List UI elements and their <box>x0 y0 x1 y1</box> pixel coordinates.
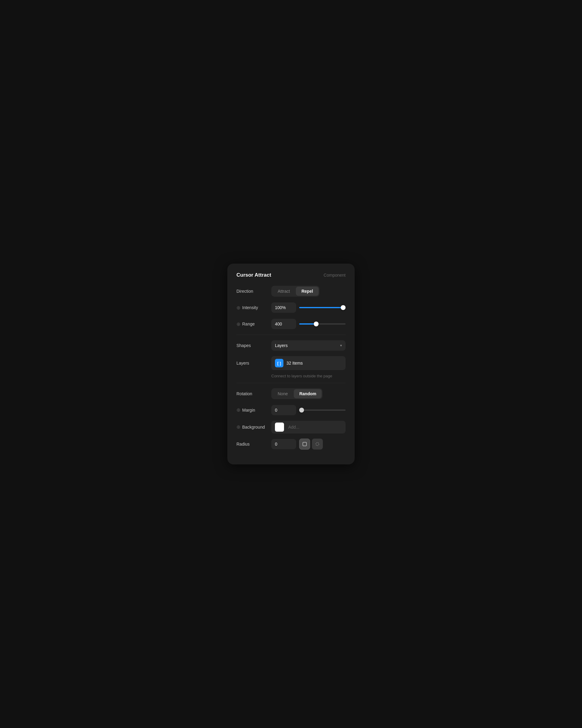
layers-row: Layers [ ] 32 Items <box>237 356 345 370</box>
shapes-label: Shapes <box>237 343 271 348</box>
range-row: ⊕ Range <box>237 318 345 330</box>
radius-circle-icon <box>315 442 320 446</box>
background-plus-icon[interactable]: ⊕ <box>237 424 240 430</box>
direction-toggle: Attract Repel <box>271 286 320 297</box>
intensity-row: ⊕ Intensity <box>237 302 345 313</box>
margin-content <box>271 405 345 415</box>
panel-header: Cursor Attract Component <box>237 272 345 278</box>
background-color-swatch[interactable] <box>275 422 284 432</box>
random-button[interactable]: Random <box>294 389 322 398</box>
shapes-dropdown[interactable]: Layers Circle Square Custom <box>271 340 345 350</box>
shapes-content: Layers Circle Square Custom ▾ <box>271 340 345 350</box>
shapes-row: Shapes Layers Circle Square Custom ▾ <box>237 340 345 351</box>
margin-slider[interactable] <box>299 410 345 411</box>
range-input[interactable] <box>271 319 296 329</box>
radius-square-icon <box>302 442 307 446</box>
intensity-content <box>271 303 345 313</box>
panel-title: Cursor Attract <box>237 272 271 278</box>
rotation-row: Rotation None Random <box>237 388 345 399</box>
radius-circle-button[interactable] <box>312 439 323 449</box>
svg-point-1 <box>316 443 319 446</box>
main-panel: Cursor Attract Component Direction Attra… <box>227 264 355 464</box>
margin-plus-icon[interactable]: ⊕ <box>237 407 240 413</box>
radius-content <box>271 439 345 449</box>
range-slider-wrapper <box>299 323 345 324</box>
repel-button[interactable]: Repel <box>296 287 318 296</box>
layers-button[interactable]: [ ] 32 Items <box>271 356 345 370</box>
divider-1 <box>237 335 345 335</box>
divider-2 <box>237 383 345 383</box>
layers-icon: [ ] <box>275 359 283 367</box>
intensity-label: ⊕ Intensity <box>237 305 271 311</box>
rotation-toggle: None Random <box>271 388 323 399</box>
margin-label: ⊕ Margin <box>237 407 271 413</box>
layers-count: 32 Items <box>286 361 303 365</box>
radius-input[interactable] <box>271 439 296 449</box>
intensity-input[interactable] <box>271 303 296 313</box>
background-content: Add... <box>271 421 345 434</box>
range-plus-icon[interactable]: ⊕ <box>237 321 240 327</box>
intensity-plus-icon[interactable]: ⊕ <box>237 305 240 311</box>
rotation-toggle-group: None Random <box>271 388 345 399</box>
range-content <box>271 319 345 329</box>
background-label: ⊕ Background <box>237 424 271 430</box>
intensity-slider-wrapper <box>299 307 345 308</box>
radius-square-button[interactable] <box>299 439 310 449</box>
margin-input[interactable] <box>271 405 296 415</box>
radius-row: Radius <box>237 438 345 450</box>
direction-row: Direction Attract Repel <box>237 285 345 297</box>
rotation-label: Rotation <box>237 391 271 396</box>
intensity-slider[interactable] <box>299 307 345 308</box>
panel-subtitle: Component <box>324 273 345 278</box>
layers-label: Layers <box>237 361 271 365</box>
connect-hint: Connect to layers outside the page <box>271 373 345 379</box>
layers-content: [ ] 32 Items <box>271 356 345 370</box>
margin-slider-wrapper <box>299 410 345 411</box>
radius-label: Radius <box>237 442 271 446</box>
margin-row: ⊕ Margin <box>237 404 345 416</box>
range-slider[interactable] <box>299 323 345 324</box>
svg-rect-0 <box>303 442 306 446</box>
attract-button[interactable]: Attract <box>272 287 295 296</box>
background-input-box[interactable]: Add... <box>271 421 345 434</box>
background-placeholder: Add... <box>288 425 300 430</box>
background-row: ⊕ Background Add... <box>237 421 345 434</box>
direction-label: Direction <box>237 289 271 294</box>
shapes-dropdown-wrapper: Layers Circle Square Custom ▾ <box>271 340 345 350</box>
radius-icon-group <box>299 439 323 449</box>
direction-toggle-group: Attract Repel <box>271 286 345 297</box>
none-button[interactable]: None <box>272 389 293 398</box>
range-label: ⊕ Range <box>237 321 271 327</box>
